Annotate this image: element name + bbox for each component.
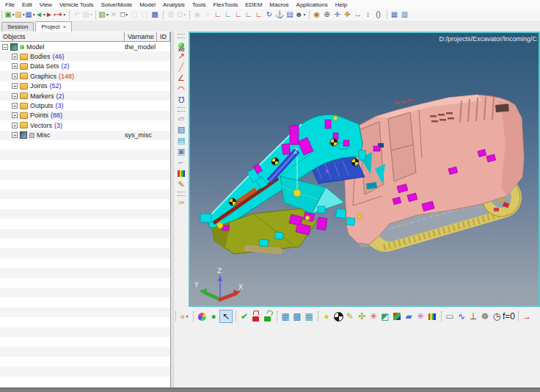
asterisk-marker-icon[interactable]: ✳ [415,311,426,322]
tree-row-data-sets[interactable]: + Data Sets (2) [0,62,170,71]
tree-row-misc[interactable]: + Misc sys_misc [0,131,170,140]
save-model-icon[interactable]: ▦▾ [25,10,35,20]
point-xyz-icon[interactable]: XYZ [175,40,187,51]
tab-project[interactable]: Project× [35,21,72,32]
toolbar-drag-handle[interactable] [178,107,185,112]
fit-horizontal-icon[interactable]: ↔ [353,10,363,20]
line-tool-icon[interactable]: ╱ [175,62,187,73]
export-file-icon[interactable]: ►▾ [45,10,56,20]
view-part-icon[interactable]: ▣ [175,146,187,157]
vehicle-tool-icon[interactable]: ▭ [444,311,456,322]
tree-row-graphics[interactable]: + Graphics (148) [0,71,170,81]
blue-plane-icon[interactable]: ▰ [403,311,415,322]
menu-view[interactable]: View [36,1,56,9]
expander-icon[interactable]: + [12,132,18,138]
pencil-sphere-icon[interactable]: ✎ [175,179,187,190]
view-iso-icon[interactable]: ∟ [244,10,254,20]
plane-tool-icon[interactable]: ▱ [175,113,187,124]
new-model-icon[interactable]: ▣▾ [4,10,15,20]
shaded-mode-icon[interactable]: ● [208,311,219,322]
select-rectangle-icon[interactable]: □▾ [119,10,129,20]
zoom-dynamic-icon[interactable]: ◉ [312,10,322,20]
gear-tool-icon[interactable]: ☸ [479,311,491,322]
zoom-in-out-icon[interactable]: ⊕ [322,10,332,20]
appearance-monitor-icon[interactable]: ▤ [175,135,187,146]
menu-solvermode[interactable]: SolverMode [97,1,136,9]
tile-windows-icon[interactable]: ▦ [390,10,400,20]
menu-flextools[interactable]: FlexTools [209,1,241,9]
tree-row-joints[interactable]: + Joints (52) [0,81,170,91]
spline-tool-icon[interactable]: ℧ [175,95,187,106]
menu-tools[interactable]: Tools [189,1,210,9]
expander-icon[interactable]: + [12,123,18,128]
screen-capture-icon[interactable]: ▩ [150,10,160,20]
pencil-dart-icon[interactable]: ✎ [344,311,356,322]
expander-icon[interactable]: + [12,73,18,79]
menu-model[interactable]: Model [136,1,159,9]
star-marker-icon[interactable]: ✳ [368,311,379,322]
tree-row-model[interactable]: − Model the_model [0,42,170,51]
view-layout-3-icon[interactable]: ▦ [303,311,315,322]
column-header-objects[interactable]: Objects [0,32,125,42]
menu-file[interactable]: File [1,1,18,9]
expander-icon[interactable]: + [12,112,18,118]
view-front-icon[interactable]: ∟ [213,10,223,20]
render-mode-icon[interactable]: ●▾ [178,311,190,322]
pan-view-icon[interactable]: ✥ [343,10,353,20]
render-page-icon[interactable]: ▤ [285,10,295,20]
sweep-tool-icon[interactable]: ✑ [175,197,187,208]
view-rotate-icon[interactable]: ↻ [264,10,274,20]
joint-tool-icon[interactable]: ⊥ [467,311,479,322]
menu-edem[interactable]: EDEM [241,1,266,9]
column-header-id[interactable]: ID [157,32,170,42]
column-header-varname[interactable]: Varname [125,32,157,42]
export-video-icon[interactable]: ➔▾ [56,10,66,20]
tree-row-markers[interactable]: + Markers (2) [0,91,170,101]
lock-closed-icon[interactable] [250,311,262,322]
sphere-marker-icon[interactable]: ● [321,311,332,322]
toolbar-drag-handle[interactable] [178,192,185,196]
tree-row-points[interactable]: + Points (88) [0,111,170,120]
color-wheel-icon[interactable] [196,311,208,322]
menu-edit[interactable]: Edit [18,1,36,9]
view-top-icon[interactable]: ∟ [233,10,244,20]
toolbar-drag-handle[interactable] [178,34,185,38]
browser-person-icon[interactable]: ☻▾ [295,10,306,20]
polyline-tool-icon[interactable]: ∠ [175,73,187,84]
arrow-marker-icon[interactable]: ↗ [175,51,187,62]
menu-help[interactable]: Help [332,1,351,9]
view-anchor-icon[interactable]: ⚓ [274,10,285,20]
import-file-icon[interactable]: ◄▾ [35,10,45,20]
menu-applications[interactable]: Applications [293,1,332,9]
view-bottom-icon[interactable]: ∟ [254,10,264,20]
spring-damper-icon[interactable]: ∿ [456,311,467,322]
verify-check-icon[interactable]: ✔ [238,311,250,322]
view-layout-2-icon[interactable]: ▩ [291,311,303,322]
tree-row-outputs[interactable]: + Outputs (3) [0,101,170,110]
open-model-icon[interactable]: ▨▾ [15,10,25,20]
3d-viewport[interactable]: D:/projects/Excavator/Incoming/C [189,32,540,307]
expander-icon[interactable]: + [12,93,18,99]
arc-tool-icon[interactable]: ◠ [175,84,187,95]
propeller-marker-icon[interactable]: ✣ [356,311,368,322]
lock-open-icon[interactable] [262,311,274,322]
rgb-cube-icon[interactable] [391,311,403,322]
measure-ruler-icon[interactable] [175,168,187,179]
select-pointer-icon[interactable]: ↖ [219,310,233,323]
tree-row-bodies[interactable]: + Bodies (46) [0,51,170,61]
color-bars-icon[interactable] [426,311,438,322]
view-layout-1-icon[interactable]: ▦ [280,311,291,322]
menu-macros[interactable]: Macros [266,1,292,9]
tab-session[interactable]: Session [1,22,34,32]
tree-row-vectors[interactable]: + Vectors (3) [0,120,170,130]
translate-view-icon[interactable]: ✛ [332,10,343,20]
fit-vertical-icon[interactable]: ↕ [363,10,373,20]
expander-icon[interactable]: + [12,103,18,109]
plane-stack-icon[interactable]: ◩ [379,311,391,322]
cascade-windows-icon[interactable]: ▥ [400,10,410,20]
run-arrow-icon[interactable]: → [521,311,533,322]
perspective-icon[interactable]: () [373,10,384,20]
stopwatch-icon[interactable]: ◷ [491,311,503,322]
view-right-icon[interactable]: ∟ [223,10,233,20]
menu-analysis[interactable]: Analysis [159,1,189,9]
